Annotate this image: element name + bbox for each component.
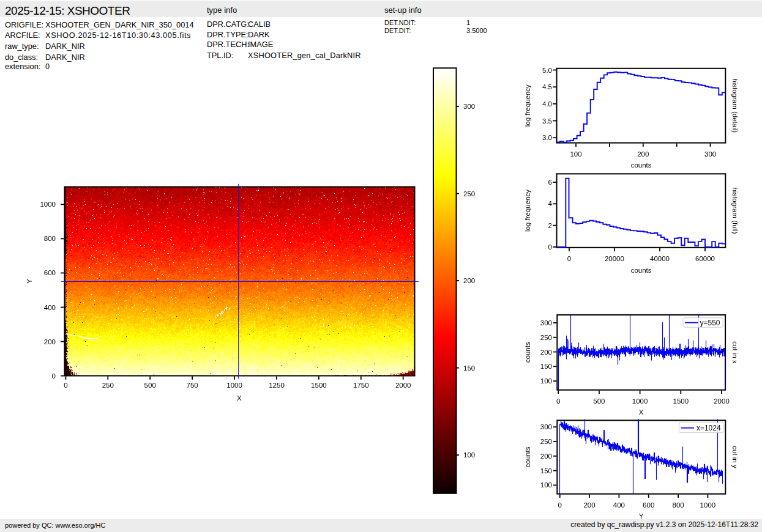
- svg-text:1000: 1000: [700, 501, 716, 509]
- svg-text:40000: 40000: [650, 255, 670, 262]
- svg-text:Y: Y: [26, 279, 33, 284]
- svg-text:X: X: [237, 394, 242, 402]
- svg-text:100: 100: [463, 451, 475, 459]
- svg-text:800: 800: [44, 235, 56, 242]
- svg-text:6: 6: [548, 179, 552, 186]
- svg-text:200: 200: [583, 501, 595, 509]
- svg-text:1750: 1750: [353, 382, 369, 389]
- svg-text:3.5: 3.5: [542, 117, 552, 125]
- svg-text:counts: counts: [631, 161, 652, 169]
- svg-text:y=550: y=550: [700, 319, 720, 327]
- svg-text:log frequency: log frequency: [524, 190, 531, 232]
- svg-text:750: 750: [187, 382, 198, 389]
- svg-text:2000: 2000: [395, 382, 411, 389]
- svg-text:cut in y: cut in y: [731, 446, 739, 468]
- svg-text:300: 300: [704, 150, 716, 158]
- svg-text:counts: counts: [524, 446, 531, 467]
- svg-text:200: 200: [540, 349, 552, 356]
- svg-text:0: 0: [558, 501, 561, 509]
- svg-text:600: 600: [643, 501, 654, 509]
- svg-text:1500: 1500: [311, 382, 327, 389]
- svg-text:counts: counts: [524, 342, 531, 363]
- svg-text:800: 800: [673, 501, 684, 509]
- svg-text:150: 150: [540, 363, 552, 370]
- svg-text:100: 100: [570, 150, 581, 158]
- svg-text:150: 150: [540, 467, 552, 475]
- svg-text:300: 300: [540, 319, 552, 327]
- svg-text:200: 200: [637, 150, 649, 158]
- svg-text:0: 0: [556, 397, 560, 405]
- svg-text:600: 600: [44, 269, 56, 276]
- svg-text:100: 100: [540, 377, 552, 385]
- svg-text:250: 250: [102, 382, 114, 389]
- svg-text:0: 0: [548, 243, 552, 251]
- svg-text:250: 250: [540, 334, 552, 341]
- svg-text:2000: 2000: [714, 397, 730, 405]
- svg-text:5.0: 5.0: [542, 67, 552, 74]
- svg-text:400: 400: [44, 304, 56, 311]
- svg-text:1000: 1000: [632, 397, 648, 405]
- svg-text:3.0: 3.0: [542, 134, 552, 141]
- svg-text:250: 250: [540, 438, 552, 445]
- svg-text:Y: Y: [639, 512, 644, 520]
- svg-text:1000: 1000: [226, 382, 242, 389]
- svg-text:200: 200: [44, 338, 56, 345]
- svg-text:0: 0: [64, 382, 67, 389]
- svg-text:100: 100: [540, 481, 552, 489]
- svg-text:200: 200: [540, 453, 552, 460]
- svg-text:0: 0: [52, 372, 56, 380]
- svg-text:1000: 1000: [40, 201, 56, 208]
- svg-text:4: 4: [548, 200, 553, 207]
- svg-text:300: 300: [463, 103, 475, 110]
- svg-text:500: 500: [593, 397, 605, 405]
- svg-text:500: 500: [144, 382, 156, 389]
- svg-text:4.0: 4.0: [542, 100, 552, 108]
- svg-text:0: 0: [567, 255, 571, 262]
- svg-text:4.5: 4.5: [542, 83, 552, 91]
- svg-text:150: 150: [463, 364, 475, 372]
- svg-text:histogram (detail): histogram (detail): [731, 78, 739, 133]
- svg-text:histogram (full): histogram (full): [731, 187, 739, 234]
- svg-text:log frequency: log frequency: [524, 84, 531, 127]
- svg-text:60000: 60000: [695, 255, 715, 262]
- svg-text:400: 400: [613, 501, 625, 509]
- svg-text:x=1024: x=1024: [697, 424, 721, 432]
- svg-text:cut in x: cut in x: [731, 341, 739, 364]
- svg-text:2: 2: [548, 222, 552, 229]
- svg-text:1500: 1500: [673, 397, 689, 405]
- svg-text:X: X: [639, 408, 644, 416]
- svg-text:20000: 20000: [605, 255, 624, 262]
- svg-text:counts: counts: [631, 267, 652, 274]
- svg-text:300: 300: [540, 423, 552, 430]
- svg-text:1250: 1250: [269, 382, 285, 389]
- svg-text:200: 200: [463, 277, 475, 284]
- svg-text:250: 250: [463, 190, 475, 198]
